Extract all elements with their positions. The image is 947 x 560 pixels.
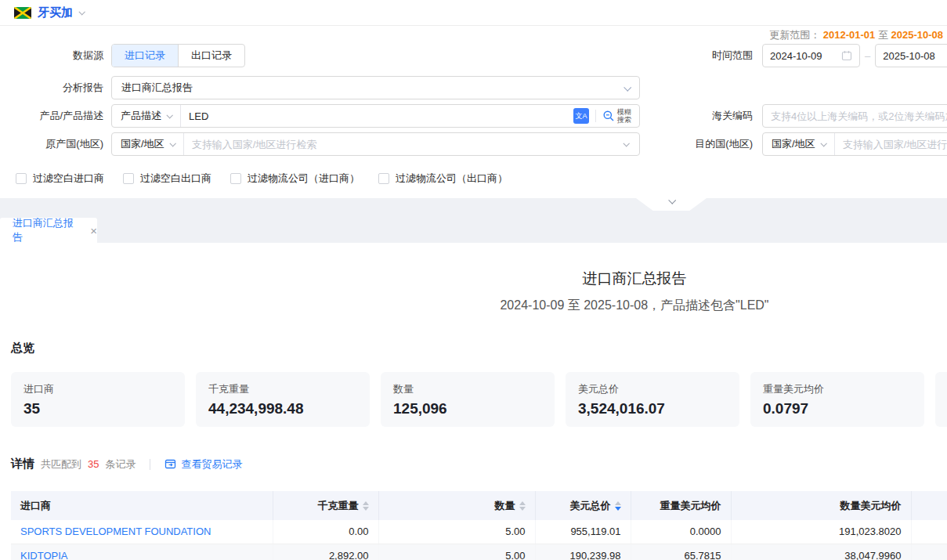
table-row: SPORTS DEVELOPMENT FOUNDATION 0.00 5.00 …: [11, 520, 947, 544]
cell-kg-weight: 0.00: [273, 520, 378, 544]
destination-country-label: 目的国(地区): [649, 137, 753, 151]
origin-field-value: 国家/地区: [121, 137, 164, 151]
checkbox-filter-blank-exporter[interactable]: 过滤空白出口商: [123, 172, 211, 186]
destination-field-select[interactable]: 国家/地区: [763, 133, 835, 155]
fuzzy-search-label: 模糊 搜索: [617, 108, 631, 124]
detail-row: 详情 共匹配到 35 条记录 查看贸易记录: [11, 457, 947, 471]
destination-search-input[interactable]: [835, 139, 947, 150]
checkbox-filter-logistics-exporter[interactable]: 过滤物流公司（出口商）: [378, 172, 508, 186]
tab-import-records[interactable]: 进口记录: [112, 45, 178, 67]
overview-heading: 总览: [11, 341, 947, 356]
country-name: 牙买加: [38, 5, 73, 20]
destination-field-value: 国家/地区: [772, 137, 815, 151]
tab-strip: 进口商汇总报告 ×: [0, 198, 947, 243]
origin-country-label: 原产国(地区): [0, 137, 103, 151]
column-header-usd-per-quantity: 数量美元均价: [731, 491, 911, 520]
cell-usd-per-quantity: 191,023.8020: [731, 520, 911, 544]
data-source-label: 数据源: [0, 49, 103, 63]
tab-importer-summary-report[interactable]: 进口商汇总报告 ×: [0, 218, 97, 243]
checkbox-icon: [16, 173, 27, 184]
date-range-dash: –: [865, 50, 870, 62]
cell-usd-per-weight: 65.7815: [631, 544, 731, 560]
close-icon[interactable]: ×: [90, 225, 97, 237]
origin-field-select[interactable]: 国家/地区: [112, 133, 184, 155]
overview-cards: 进口商 35 千克重量 44,234,998.48 数量 125,096 美元总…: [11, 372, 947, 427]
chevron-down-icon: [78, 9, 85, 15]
report-title: 进口商汇总报告: [0, 243, 947, 289]
cell-kg-weight: 2,892.00: [273, 544, 378, 560]
update-range-start: 2012-01-01: [823, 29, 876, 41]
data-source-segmented: 进口记录 出口记录: [111, 44, 245, 67]
divider: [150, 459, 150, 470]
time-range-label: 时间范围: [649, 49, 753, 63]
checkbox-filter-blank-importer[interactable]: 过滤空白进口商: [16, 172, 104, 186]
report-subtitle: 2024-10-09 至 2025-10-08，产品描述包含"LED": [0, 298, 947, 314]
start-date-value: 2024-10-09: [770, 50, 822, 62]
topbar: 牙买加: [0, 0, 947, 26]
chevron-down-icon: [624, 83, 631, 91]
chevron-down-icon: [820, 140, 826, 146]
report-type-select[interactable]: 进口商汇总报告: [111, 76, 640, 99]
column-header-empty: [911, 491, 947, 520]
end-date-input[interactable]: 2025-10-08: [875, 44, 947, 67]
cell-usd-per-quantity: 38,047.9960: [731, 544, 911, 560]
chevron-down-icon: [623, 140, 629, 146]
report-content: 进口商汇总报告 2024-10-09 至 2025-10-08，产品描述包含"L…: [0, 243, 947, 560]
hs-code-label: 海关编码: [649, 109, 753, 123]
chevron-down-icon: [668, 197, 676, 204]
stat-card-usd-total: 美元总价 3,524,016.07: [566, 372, 739, 427]
checkbox-filter-logistics-importer[interactable]: 过滤物流公司（进口商）: [230, 172, 360, 186]
column-header-usd-total[interactable]: 美元总价: [535, 491, 631, 520]
column-header-kg-weight[interactable]: 千克重量: [273, 491, 378, 520]
stat-card-usd-per-weight: 重量美元均价 0.0797: [750, 372, 924, 427]
column-header-usd-per-weight: 重量美元均价: [631, 491, 731, 520]
update-range-end: 2025-10-08: [891, 29, 944, 41]
sort-icons[interactable]: [363, 501, 369, 511]
stat-card-quantity: 数量 125,096: [381, 372, 555, 427]
table-row: KIDTOPIA 2,892.00 5.00 190,239.98 65.781…: [11, 544, 947, 560]
origin-search-input[interactable]: [184, 139, 624, 150]
filter-checkbox-row: 过滤空白进口商 过滤空白出口商 过滤物流公司（进口商） 过滤物流公司（出口商）: [16, 172, 508, 186]
view-trade-records-link[interactable]: 查看贸易记录: [164, 457, 242, 471]
match-count: 35: [88, 458, 99, 470]
stat-card-clipped: [935, 372, 947, 427]
column-header-importer: 进口商: [11, 491, 273, 520]
cell-quantity: 5.00: [378, 520, 535, 544]
checkbox-icon: [123, 173, 134, 184]
importer-link[interactable]: SPORTS DEVELOPMENT FOUNDATION: [20, 526, 211, 537]
sort-icons[interactable]: [519, 501, 526, 511]
stat-card-kg-weight: 千克重量 44,234,998.48: [196, 372, 370, 427]
update-range-label: 更新范围：: [769, 29, 820, 41]
jamaica-flag-icon: [14, 7, 31, 19]
tab-title: 进口商汇总报告: [13, 216, 82, 244]
tab-export-records[interactable]: 出口记录: [178, 45, 244, 67]
hs-code-box: [762, 104, 947, 128]
translate-icon[interactable]: 文A: [573, 108, 589, 124]
chevron-down-icon: [166, 112, 172, 118]
filter-panel: 更新范围： 2012-01-01 至 2025-10-08 数据源 进口记录 出…: [0, 26, 947, 198]
report-type-label: 分析报告: [0, 81, 103, 95]
start-date-input[interactable]: 2024-10-09: [762, 44, 860, 67]
product-description-input[interactable]: [181, 110, 573, 122]
update-range: 更新范围： 2012-01-01 至 2025-10-08: [0, 28, 943, 42]
update-range-to: 至: [878, 29, 888, 41]
match-prefix: 共匹配到: [41, 457, 81, 471]
country-selector[interactable]: 牙买加: [14, 5, 84, 20]
end-date-value: 2025-10-08: [883, 50, 935, 62]
fuzzy-search-button[interactable]: 模糊 搜索: [602, 108, 631, 124]
product-field-select[interactable]: 产品描述: [112, 105, 181, 127]
product-field-value: 产品描述: [121, 109, 161, 123]
checkbox-icon: [230, 173, 241, 184]
column-header-quantity[interactable]: 数量: [378, 491, 535, 520]
report-type-value: 进口商汇总报告: [121, 81, 193, 95]
sort-icons-active-desc[interactable]: [615, 501, 621, 511]
importer-link[interactable]: KIDTOPIA: [20, 550, 67, 560]
hs-code-input[interactable]: [763, 110, 947, 122]
product-filter-box: 产品描述 文A 模糊 搜索: [111, 104, 640, 128]
chevron-down-icon: [169, 140, 175, 146]
stat-card-importers: 进口商 35: [11, 372, 185, 427]
match-suffix: 条记录: [105, 457, 136, 471]
collapse-filters-toggle[interactable]: [636, 198, 707, 211]
table-header-row: 进口商 千克重量 数量 美元总价 重量美元均价 数量美元均价: [11, 491, 947, 520]
cell-usd-total: 190,239.98: [535, 544, 631, 560]
